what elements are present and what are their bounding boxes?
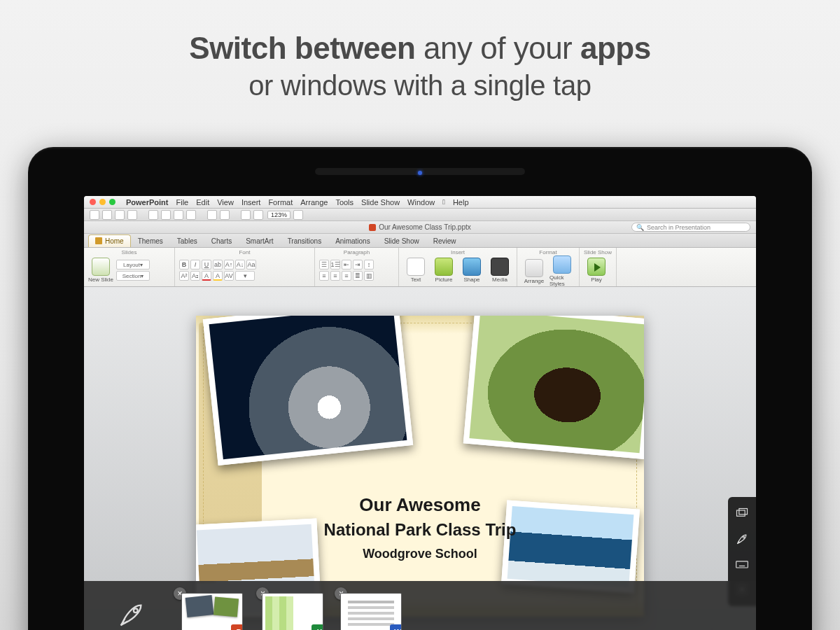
powerpoint-badge-icon: P bbox=[231, 624, 243, 631]
ribbon-tab-charts[interactable]: Charts bbox=[204, 234, 239, 247]
justify-button[interactable]: ≣ bbox=[353, 271, 363, 281]
qa-copy-icon[interactable] bbox=[161, 210, 171, 220]
ribbon-tab-tables[interactable]: Tables bbox=[170, 234, 204, 247]
qa-save-icon[interactable] bbox=[115, 210, 125, 220]
font-picker[interactable]: ▾ bbox=[235, 271, 255, 281]
qa-format-painter-icon[interactable] bbox=[186, 210, 196, 220]
qa-help-icon[interactable] bbox=[293, 210, 303, 220]
section-button[interactable]: Section ▾ bbox=[116, 271, 150, 281]
slide-text[interactable]: Our Awesome National Park Class Trip Woo… bbox=[324, 494, 517, 561]
tray-item-powerpoint[interactable]: × P Microsoft PowerPoint bbox=[179, 593, 245, 631]
numbering-button[interactable]: 1☰ bbox=[330, 260, 340, 270]
tray-item-excel[interactable]: × X Microsoft Excel bbox=[262, 593, 323, 631]
columns-button[interactable]: ▥ bbox=[364, 271, 374, 281]
ribbon-tab-themes[interactable]: Themes bbox=[131, 234, 170, 247]
sub-button[interactable]: A₂ bbox=[190, 271, 200, 281]
photo-geyser[interactable] bbox=[203, 316, 413, 465]
ribbon: Slides New Slide Layout ▾ Section ▾ Font bbox=[84, 248, 756, 287]
menu-arrange[interactable]: Arrange bbox=[300, 198, 328, 206]
outdent-button[interactable]: ⇤ bbox=[342, 260, 351, 270]
headline-line2: or windows with a single tap bbox=[0, 70, 840, 102]
side-windows-button[interactable] bbox=[728, 501, 756, 526]
font-color-button[interactable]: A bbox=[202, 271, 211, 281]
increase-font-button[interactable]: A↑ bbox=[224, 260, 234, 270]
menu-slideshow[interactable]: Slide Show bbox=[361, 198, 400, 206]
linespacing-button[interactable]: ↕ bbox=[364, 260, 374, 270]
newslide-button[interactable]: New Slide bbox=[88, 258, 113, 283]
menu-view[interactable]: View bbox=[217, 198, 234, 206]
menu-insert[interactable]: Insert bbox=[241, 198, 261, 206]
super-button[interactable]: A² bbox=[179, 271, 189, 281]
menu-tools[interactable]: Tools bbox=[335, 198, 354, 206]
decrease-font-button[interactable]: A↓ bbox=[235, 260, 245, 270]
search-box[interactable]: 🔍 Search in Presentation bbox=[631, 223, 750, 232]
ribbon-tab-animations[interactable]: Animations bbox=[328, 234, 377, 247]
word-badge-icon: W bbox=[390, 624, 402, 631]
indent-button[interactable]: ⇥ bbox=[353, 260, 363, 270]
align-left-button[interactable]: ≡ bbox=[319, 271, 329, 281]
highlight-button[interactable]: A bbox=[213, 271, 223, 281]
qa-redo-icon[interactable] bbox=[220, 210, 230, 220]
menu-edit[interactable]: Edit bbox=[196, 198, 209, 206]
strike-button[interactable]: ab bbox=[213, 260, 223, 270]
keyboard-icon bbox=[735, 557, 749, 571]
zoom-display[interactable]: 123% bbox=[267, 211, 290, 219]
side-launcher-button[interactable] bbox=[728, 526, 756, 552]
qa-paste-icon[interactable] bbox=[174, 210, 183, 220]
ribbon-tab-home-label: Home bbox=[105, 237, 124, 245]
tray-app-launcher[interactable]: App Launcher bbox=[101, 593, 162, 631]
menu-file[interactable]: File bbox=[176, 198, 189, 206]
close-window-icon[interactable] bbox=[90, 199, 96, 205]
clear-format-button[interactable]: Aa bbox=[246, 260, 256, 270]
qa-new-icon[interactable] bbox=[90, 210, 99, 220]
tray-item-word[interactable]: × W Microsoft Word bbox=[340, 593, 402, 631]
qa-play-icon[interactable] bbox=[253, 210, 263, 220]
side-keyboard-button[interactable] bbox=[728, 552, 756, 577]
window-controls[interactable] bbox=[90, 199, 115, 205]
align-center-button[interactable]: ≡ bbox=[330, 271, 340, 281]
ribbon-tab-slideshow[interactable]: Slide Show bbox=[377, 234, 426, 247]
home-icon bbox=[95, 237, 102, 244]
ribbon-group-font-title: Font bbox=[179, 249, 310, 255]
menu-format[interactable]: Format bbox=[268, 198, 293, 206]
picture-button[interactable]: Picture bbox=[431, 258, 456, 283]
slide-canvas[interactable]: Our Awesome National Park Class Trip Woo… bbox=[84, 287, 756, 630]
textbox-button[interactable]: Text bbox=[403, 258, 428, 283]
align-right-button[interactable]: ≡ bbox=[342, 271, 351, 281]
play-icon bbox=[587, 258, 606, 276]
char-spacing-button[interactable]: AV bbox=[224, 271, 234, 281]
ribbon-group-paragraph: Paragraph ☰ 1☰ ⇤ ⇥ ↕ ≡ bbox=[315, 248, 399, 286]
ribbon-group-insert-title: Insert bbox=[403, 249, 512, 255]
powerpoint-window: PowerPoint File Edit View Insert Format … bbox=[84, 196, 756, 630]
qa-undo-icon[interactable] bbox=[207, 210, 217, 220]
play-button[interactable]: Play bbox=[584, 258, 609, 283]
qa-show-icon[interactable] bbox=[241, 210, 251, 220]
ribbon-tab-home[interactable]: Home bbox=[88, 234, 131, 247]
minimize-window-icon[interactable] bbox=[99, 199, 106, 205]
arrange-button[interactable]: Arrange bbox=[522, 259, 547, 284]
shape-button[interactable]: Shape bbox=[459, 258, 484, 283]
qa-cut-icon[interactable] bbox=[148, 210, 158, 220]
bullets-button[interactable]: ☰ bbox=[319, 260, 329, 270]
layout-button[interactable]: Layout ▾ bbox=[116, 260, 150, 270]
ribbon-tab-smartart[interactable]: SmartArt bbox=[239, 234, 280, 247]
ribbon-tab-transitions[interactable]: Transitions bbox=[281, 234, 329, 247]
ribbon-tab-review[interactable]: Review bbox=[426, 234, 463, 247]
italic-button[interactable]: I bbox=[190, 260, 200, 270]
menu-window[interactable]: Window bbox=[407, 198, 435, 206]
bold-button[interactable]: B bbox=[179, 260, 189, 270]
rocket-icon bbox=[735, 532, 749, 546]
underline-button[interactable]: U bbox=[202, 260, 211, 270]
quickstyles-button[interactable]: Quick Styles bbox=[550, 255, 575, 287]
photo-lake[interactable] bbox=[501, 500, 640, 594]
search-icon: 🔍 bbox=[636, 224, 644, 231]
slide[interactable]: Our Awesome National Park Class Trip Woo… bbox=[196, 316, 644, 617]
tray-thumb-word: W bbox=[340, 593, 402, 631]
ribbon-group-font: Font B I U ab A↑ A↓ Aa bbox=[175, 248, 315, 286]
media-button[interactable]: Media bbox=[487, 258, 512, 283]
zoom-window-icon[interactable] bbox=[109, 199, 115, 205]
qa-open-icon[interactable] bbox=[102, 210, 112, 220]
menu-help[interactable]: Help bbox=[453, 198, 469, 206]
photo-bison[interactable] bbox=[463, 316, 644, 459]
qa-print-icon[interactable] bbox=[127, 210, 137, 220]
